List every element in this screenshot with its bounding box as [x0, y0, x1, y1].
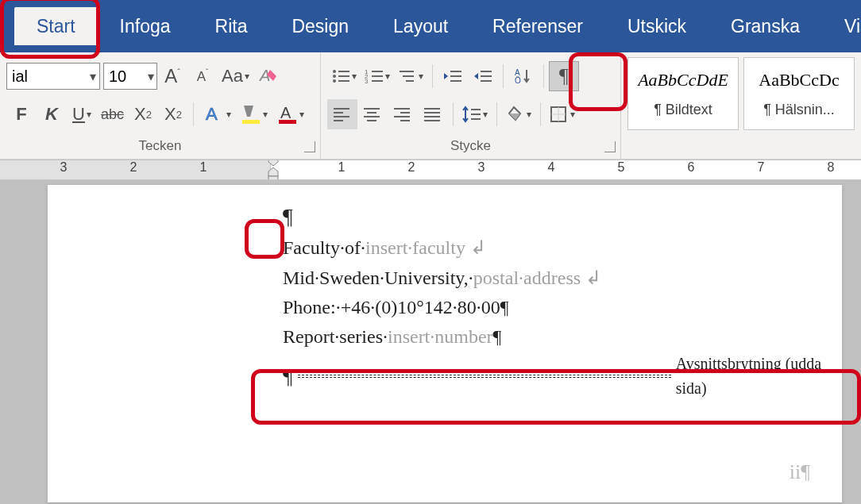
style-name: ¶ Bildtext	[633, 102, 733, 118]
doc-line: Report·series·insert·number¶	[283, 322, 842, 352]
chevron-down-icon: ▾	[86, 69, 99, 84]
doc-line: Faculty·of·insert·faculty ↲	[283, 233, 842, 263]
svg-rect-16	[372, 80, 383, 82]
ruler: 3 2 1 1 2 3 4 5 6 7 8	[0, 160, 861, 180]
svg-marker-51	[268, 167, 278, 176]
superscript-button[interactable]: X2	[158, 99, 188, 129]
font-color-button[interactable]: A▾	[272, 99, 308, 129]
borders-button[interactable]: ▾	[546, 99, 579, 129]
align-center-button[interactable]	[357, 99, 388, 129]
svg-rect-29	[334, 112, 343, 113]
group-stycke: ▾ 123▾ ▾ AÖ ¶	[321, 52, 621, 159]
align-left-button[interactable]	[327, 99, 357, 129]
bold-button[interactable]: F	[6, 99, 37, 129]
group-label-tecken: Tecken	[6, 133, 314, 159]
doc-line: Mid·Sweden·University,·postal·address ↲	[283, 264, 842, 293]
svg-rect-30	[334, 116, 349, 117]
svg-point-5	[333, 70, 336, 73]
bullets-button[interactable]: ▾	[327, 61, 361, 91]
svg-rect-24	[481, 75, 492, 77]
font-name-input[interactable]	[7, 63, 86, 89]
svg-rect-23	[481, 71, 492, 72]
group-tecken: ▾ ▾ Aˆ Aˇ Aa▾ A F K U▾ abc	[0, 52, 321, 159]
numbering-button[interactable]: 123▾	[361, 61, 394, 91]
svg-rect-10	[338, 80, 349, 82]
svg-rect-22	[450, 80, 461, 82]
svg-text:A: A	[206, 104, 218, 124]
font-name-combo[interactable]: ▾	[6, 63, 100, 90]
tab-rita[interactable]: Rita	[193, 7, 270, 45]
section-break-label: Avsnittsbrytning (udda sida)	[676, 352, 842, 401]
svg-rect-46	[471, 118, 481, 120]
tab-granska[interactable]: Granska	[708, 7, 822, 45]
tab-utskick[interactable]: Utskick	[605, 7, 708, 45]
svg-rect-42	[424, 116, 440, 117]
styles-gallery: AaBbCcDdE ¶ Bildtext AaBbCcDc ¶ Hälsnin.…	[621, 52, 861, 159]
svg-rect-6	[338, 71, 349, 72]
font-size-input[interactable]	[104, 63, 145, 89]
italic-button[interactable]: K	[37, 99, 67, 129]
page[interactable]: ¶ Faculty·of·insert·faculty ↲ Mid·Sweden…	[48, 185, 842, 502]
dialog-launcher-stycke[interactable]	[604, 141, 616, 152]
svg-marker-50	[268, 160, 278, 166]
style-bildtext[interactable]: AaBbCcDdE ¶ Bildtext	[627, 57, 739, 130]
page-number: ii¶	[790, 456, 810, 488]
svg-rect-34	[364, 116, 380, 117]
sort-button[interactable]: AÖ	[508, 61, 539, 91]
section-break-line	[298, 375, 671, 378]
multilevel-list-button[interactable]: ▾	[394, 61, 427, 91]
pilcrow-icon: ¶	[283, 359, 293, 393]
clear-formatting-button[interactable]: A	[253, 61, 284, 91]
align-justify-button[interactable]	[418, 99, 448, 129]
document-area: ¶ Faculty·of·insert·faculty ↲ Mid·Sweden…	[0, 180, 861, 504]
style-name: ¶ Hälsnin...	[749, 102, 849, 118]
font-size-combo[interactable]: ▾	[103, 63, 157, 90]
align-right-button[interactable]	[388, 99, 418, 129]
svg-rect-37	[400, 112, 410, 113]
svg-rect-32	[364, 108, 380, 110]
change-case-button[interactable]: Aa▾	[218, 61, 253, 91]
svg-rect-17	[400, 71, 414, 72]
dialog-launcher-tecken[interactable]	[304, 141, 315, 152]
tab-layout[interactable]: Layout	[371, 7, 470, 45]
tab-infoga[interactable]: Infoga	[98, 7, 193, 45]
tab-design[interactable]: Design	[269, 7, 371, 45]
svg-rect-35	[367, 120, 376, 121]
show-hide-marks-button[interactable]: ¶	[549, 61, 579, 91]
chevron-down-icon: ▾	[145, 69, 156, 84]
ruler-page-area	[270, 160, 861, 180]
svg-text:A: A	[280, 104, 292, 121]
line-spacing-button[interactable]: ▾	[458, 99, 492, 129]
highlight-button[interactable]: ▾	[235, 99, 272, 129]
indent-marker[interactable]	[266, 160, 280, 180]
style-halsning[interactable]: AaBbCcDc ¶ Hälsnin...	[743, 57, 855, 130]
text-effects-button[interactable]: A▾	[199, 99, 235, 129]
strikethrough-button[interactable]: abc	[97, 99, 128, 129]
ribbon-tabs: Start Infoga Rita Design Layout Referens…	[0, 0, 861, 52]
underline-button[interactable]: U▾	[67, 99, 97, 129]
shrink-font-button[interactable]: Aˇ	[187, 61, 218, 91]
svg-rect-36	[394, 108, 410, 110]
subscript-button[interactable]: X2	[128, 99, 158, 129]
svg-text:Ö: Ö	[515, 76, 521, 85]
svg-rect-39	[400, 120, 410, 121]
svg-rect-43	[424, 120, 440, 121]
svg-rect-2	[242, 120, 260, 124]
tab-referenser[interactable]: Referenser	[470, 7, 605, 45]
svg-rect-40	[424, 108, 440, 110]
svg-rect-28	[334, 108, 349, 110]
style-preview: AaBbCcDdE	[633, 70, 733, 90]
svg-rect-25	[481, 80, 492, 82]
style-preview: AaBbCcDc	[749, 70, 849, 90]
increase-indent-button[interactable]	[468, 61, 498, 91]
svg-rect-18	[403, 75, 414, 77]
tab-visa[interactable]: Vis	[822, 7, 861, 45]
shading-button[interactable]: ▾	[502, 99, 535, 129]
tab-start[interactable]: Start	[14, 7, 98, 45]
doc-line: Phone:·+46·(0)10°142·80·00¶	[283, 293, 842, 322]
svg-rect-33	[367, 112, 376, 113]
grow-font-button[interactable]: Aˆ	[157, 61, 187, 91]
svg-rect-41	[424, 112, 440, 113]
svg-rect-44	[471, 109, 481, 110]
decrease-indent-button[interactable]	[438, 61, 468, 91]
